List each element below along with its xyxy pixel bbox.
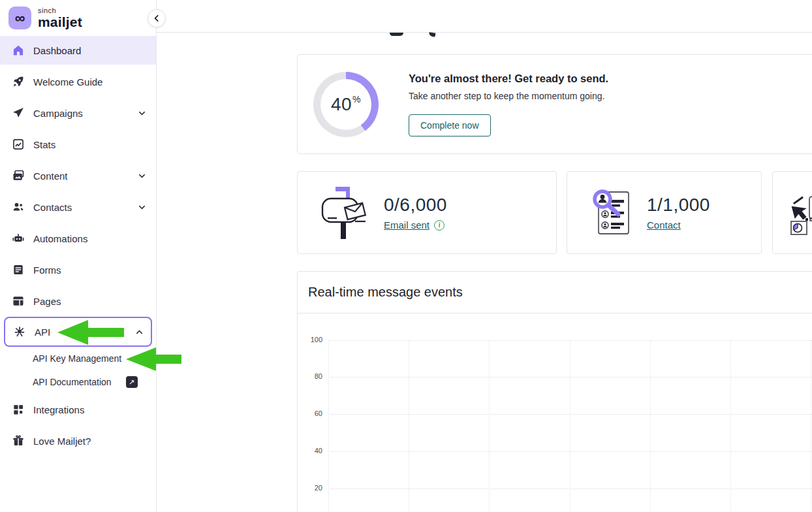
annotation-arrow-api-key-management	[126, 347, 156, 371]
contacts-icon	[12, 200, 25, 214]
sidebar-item-label: Campaigns	[33, 108, 83, 119]
external-link-icon: ↗	[126, 376, 138, 388]
sidebar-nav: Dashboard Welcome Guide Campaigns Stats	[0, 35, 156, 456]
gift-icon	[12, 434, 25, 447]
sidebar-item-label: Content	[33, 170, 68, 182]
info-icon[interactable]: i	[434, 220, 445, 231]
events-chart: 100 80 60 40 20	[298, 313, 812, 512]
percent-sign: %	[352, 94, 361, 104]
sidebar-item-dashboard[interactable]: Dashboard	[0, 36, 156, 65]
gridline-h	[330, 414, 812, 415]
chevron-down-icon	[137, 108, 147, 118]
contact-value: 1/1,000	[647, 195, 710, 216]
sidebar-item-automations[interactable]: Automations	[0, 223, 156, 254]
collapse-sidebar-button[interactable]	[148, 9, 166, 27]
sidebar-item-label: Stats	[33, 139, 55, 150]
contact-card: 1/1,000 Contact	[567, 171, 762, 254]
integrations-icon	[12, 403, 25, 416]
top-bar	[157, 0, 812, 33]
gridline-v	[328, 340, 329, 512]
y-tick: 40	[303, 447, 322, 455]
sidebar-item-label: Welcome Guide	[33, 76, 102, 88]
sidebar-item-integrations[interactable]: Integrations	[0, 394, 156, 425]
sidebar-item-content[interactable]: Content	[0, 160, 156, 191]
subitem-label: API Key Management	[33, 353, 121, 364]
sidebar-item-stats[interactable]: Stats	[0, 129, 156, 160]
stats-icon	[12, 138, 25, 151]
rocket-icon	[12, 75, 25, 88]
api-hub-icon	[13, 325, 26, 338]
sidebar-item-love-mailjet[interactable]: Love Mailjet?	[0, 425, 156, 456]
mailbox-illustration	[317, 184, 369, 242]
sidebar-item-campaigns[interactable]: Campaigns	[0, 97, 156, 129]
sidebar-item-api-documentation[interactable]: API Documentation ↗	[0, 370, 156, 394]
robot-icon	[12, 232, 25, 245]
email-sent-card: 0/6,000 Email sent i	[297, 171, 557, 254]
chevron-left-icon	[152, 14, 161, 23]
sidebar-item-welcome-guide[interactable]: Welcome Guide	[0, 66, 156, 97]
contact-link[interactable]: Contact	[647, 219, 681, 231]
events-title: Real-time message events	[308, 285, 463, 300]
pages-icon	[12, 295, 25, 308]
sidebar-item-label: Dashboard	[33, 45, 81, 56]
email-sent-value: 0/6,000	[384, 195, 447, 216]
forms-icon	[12, 263, 25, 276]
gridline-h	[330, 488, 812, 489]
gridline-v	[489, 340, 490, 512]
sidebar-item-label: API	[35, 327, 50, 338]
gridline-h	[330, 377, 812, 377]
y-tick: 100	[303, 336, 322, 344]
brand-mailjet: mailjet	[38, 15, 82, 29]
annotation-arrow-api	[57, 320, 88, 345]
onboarding-subtitle: Take another step to keep the momentum g…	[409, 91, 608, 101]
gridline-h	[330, 451, 812, 452]
content-icon	[12, 169, 25, 182]
sidebar-item-label: Pages	[33, 296, 61, 307]
clipped-heading-fragment	[390, 33, 403, 36]
partial-card	[772, 171, 812, 254]
gridline-v	[570, 340, 570, 512]
email-sent-link[interactable]: Email sent	[384, 219, 429, 231]
mailjet-logo-icon: ∞	[8, 7, 31, 29]
progress-donut: 40%	[313, 72, 379, 137]
y-tick: 80	[303, 372, 322, 380]
brand-logo[interactable]: ∞ sinch mailjet	[0, 0, 156, 35]
gridline-h	[330, 340, 812, 341]
gridline-v	[650, 340, 651, 512]
y-tick: 60	[303, 409, 322, 417]
sidebar-item-label: Integrations	[33, 404, 84, 415]
sidebar-item-label: Love Mailjet?	[33, 436, 91, 447]
chevron-down-icon	[137, 171, 147, 181]
realtime-events-card: Real-time message events 100 80 60 40 20	[297, 271, 812, 512]
progress-percent: 40	[331, 94, 352, 115]
contact-list-illustration	[589, 187, 632, 239]
sidebar-item-label: Forms	[33, 264, 61, 276]
gridline-v	[730, 340, 731, 512]
sidebar-item-label: Automations	[33, 233, 87, 244]
megaphone-cursor-illustration	[786, 186, 812, 240]
chevron-up-icon	[134, 327, 144, 337]
sidebar-item-label: Contacts	[33, 202, 72, 213]
complete-now-button[interactable]: Complete now	[409, 114, 491, 136]
y-tick: 20	[303, 484, 322, 492]
chevron-down-icon	[137, 202, 147, 212]
onboarding-title: You're almost there! Get ready to send.	[409, 72, 608, 85]
onboarding-card: 40% You're almost there! Get ready to se…	[297, 54, 812, 154]
subitem-label: API Documentation	[33, 377, 112, 387]
paper-plane-icon	[12, 106, 25, 120]
gridline-v	[811, 340, 811, 512]
sidebar-item-contacts[interactable]: Contacts	[0, 191, 156, 223]
sidebar: ∞ sinch mailjet Dashboard Welcome Guide …	[0, 0, 157, 512]
home-icon	[12, 44, 25, 57]
clipped-heading-fragment	[429, 32, 436, 37]
sidebar-item-pages[interactable]: Pages	[0, 285, 156, 317]
brand-sinch: sinch	[38, 7, 82, 14]
gridline-v	[409, 340, 409, 512]
sidebar-item-forms[interactable]: Forms	[0, 254, 156, 285]
main-content: 40% You're almost there! Get ready to se…	[157, 0, 812, 512]
